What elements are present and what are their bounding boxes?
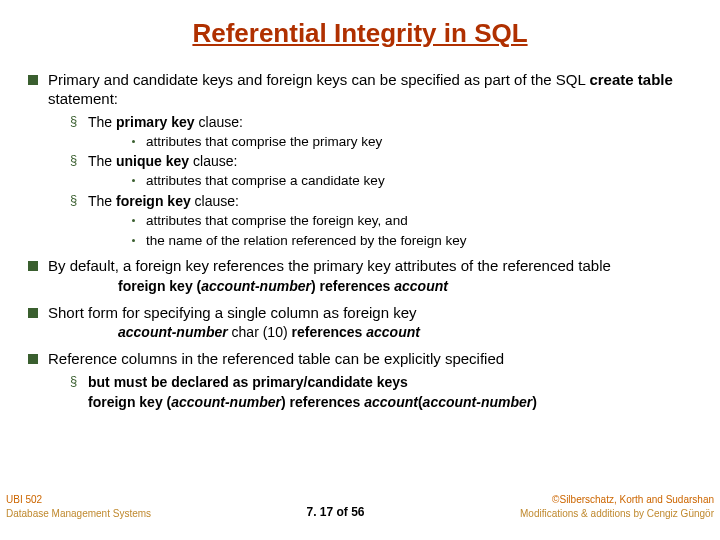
b2-text: By default, a foreign key references the… bbox=[48, 257, 611, 274]
b1-s1-strong: primary key bbox=[116, 114, 199, 130]
b2-kw-ref: references bbox=[320, 278, 395, 294]
b1-s3-tail: clause: bbox=[195, 193, 239, 209]
footer-line2: Database Management Systems 7. 17 of 56 … bbox=[0, 505, 720, 519]
b4-paren2-close: ) bbox=[532, 394, 537, 410]
b1-s2-d1: attributes that comprise a candidate key bbox=[88, 172, 702, 190]
footer-page: 7. 17 of 56 bbox=[307, 505, 365, 519]
bullet-3: Short form for specifying a single colum… bbox=[18, 304, 702, 342]
b4-s1-text: but must be declared as primary/candidat… bbox=[88, 374, 408, 390]
footer-mods: Modifications & additions by Cengiz Güng… bbox=[520, 508, 714, 519]
b1-tail: statement: bbox=[48, 90, 118, 107]
b1-s2-strong: unique key bbox=[116, 153, 193, 169]
b4-paren-open: ( bbox=[163, 394, 172, 410]
b4-tbl: account bbox=[364, 394, 418, 410]
footer-line1: UBI 502 ©Silberschatz, Korth and Sudarsh… bbox=[0, 494, 720, 505]
b2-code: foreign key (account-number) references … bbox=[48, 278, 702, 296]
bullet-1: Primary and candidate keys and foreign k… bbox=[18, 71, 702, 249]
b3-tbl: account bbox=[366, 324, 420, 340]
b1-s1-d1: attributes that comprise the primary key bbox=[88, 133, 702, 151]
b1-s3-label: The bbox=[88, 193, 116, 209]
b2-paren-close: ) bbox=[311, 278, 320, 294]
footer-copyright: ©Silberschatz, Korth and Sudarshan bbox=[552, 494, 714, 505]
slide-title: Referential Integrity in SQL bbox=[18, 18, 702, 49]
slide: Referential Integrity in SQL Primary and… bbox=[0, 0, 720, 540]
b4-text: Reference columns in the referenced tabl… bbox=[48, 350, 504, 367]
b2-paren-open: ( bbox=[193, 278, 202, 294]
b1-s1: The primary key clause: attributes that … bbox=[48, 113, 702, 151]
b2-arg: account-number bbox=[201, 278, 311, 294]
b1-s2-tail: clause: bbox=[193, 153, 237, 169]
b4-paren-close: ) bbox=[281, 394, 290, 410]
b3-col: account-number bbox=[118, 324, 228, 340]
footer: UBI 502 ©Silberschatz, Korth and Sudarsh… bbox=[0, 494, 720, 534]
b4-s1: but must be declared as primary/candidat… bbox=[48, 373, 702, 411]
b1-s1-label: The bbox=[88, 114, 116, 130]
b3-text: Short form for specifying a single colum… bbox=[48, 304, 417, 321]
b2-tbl: account bbox=[394, 278, 448, 294]
b1-sublist: The primary key clause: attributes that … bbox=[48, 113, 702, 250]
b3-code: account-number char (10) references acco… bbox=[48, 324, 702, 342]
b1-s3-strong: foreign key bbox=[116, 193, 195, 209]
b1-s2-details: attributes that comprise a candidate key bbox=[88, 172, 702, 190]
b1-strong: create table bbox=[589, 71, 672, 88]
b1-s3-d1: attributes that comprise the foreign key… bbox=[88, 212, 702, 230]
b4-arg: account-number bbox=[171, 394, 281, 410]
bullet-2: By default, a foreign key references the… bbox=[18, 257, 702, 295]
b1-s1-details: attributes that comprise the primary key bbox=[88, 133, 702, 151]
b4-arg2: account-number bbox=[423, 394, 533, 410]
b4-kw-fk: foreign key bbox=[88, 394, 163, 410]
b1-s3-details: attributes that comprise the foreign key… bbox=[88, 212, 702, 249]
b3-kw-ref: references bbox=[292, 324, 367, 340]
b3-type: char (10) bbox=[228, 324, 292, 340]
b1-lead: Primary and candidate keys and foreign k… bbox=[48, 71, 589, 88]
b1-s1-tail: clause: bbox=[199, 114, 243, 130]
b1-s2: The unique key clause: attributes that c… bbox=[48, 152, 702, 190]
bullet-4: Reference columns in the referenced tabl… bbox=[18, 350, 702, 411]
footer-course: UBI 502 bbox=[6, 494, 42, 505]
bullet-list: Primary and candidate keys and foreign k… bbox=[18, 71, 702, 411]
b2-kw-fk: foreign key bbox=[118, 278, 193, 294]
b4-code: foreign key (account-number) references … bbox=[88, 391, 702, 411]
b4-sublist: but must be declared as primary/candidat… bbox=[48, 373, 702, 411]
footer-dept: Database Management Systems bbox=[6, 508, 151, 519]
b1-s3-d2: the name of the relation referenced by t… bbox=[88, 232, 702, 250]
b1-s2-label: The bbox=[88, 153, 116, 169]
b4-kw-ref: references bbox=[290, 394, 365, 410]
b1-s3: The foreign key clause: attributes that … bbox=[48, 192, 702, 249]
